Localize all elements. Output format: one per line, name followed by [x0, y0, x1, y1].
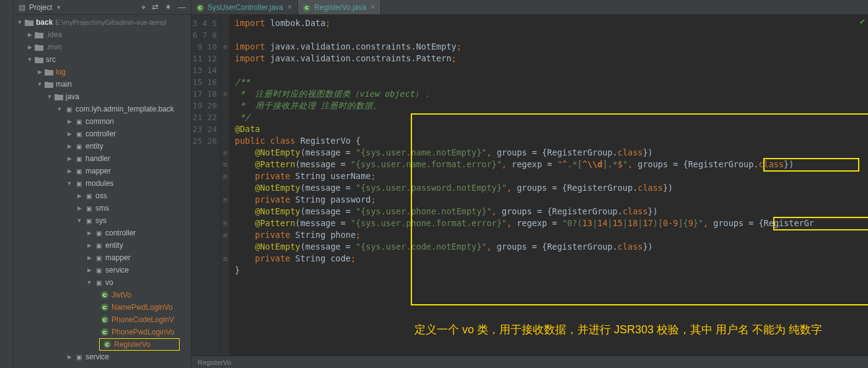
- package-icon: ▣: [74, 142, 83, 151]
- tree-item[interactable]: ▼main: [14, 78, 191, 90]
- tree-item[interactable]: ▶▣controller: [14, 128, 191, 140]
- tree-label: PhonePwdLoginVo: [112, 328, 174, 336]
- tree-item[interactable]: ▶▣service: [14, 351, 191, 363]
- tree-label: controller: [85, 129, 116, 138]
- tree-item[interactable]: ▼▣vo: [14, 276, 191, 289]
- package-icon: ▣: [74, 179, 83, 188]
- chevron-right-icon[interactable]: ▶: [66, 143, 73, 149]
- chevron-down-icon[interactable]: ▼: [46, 94, 53, 100]
- left-vertical-toolbar: [0, 0, 14, 368]
- tree-item[interactable]: CNamePwdLoginVo: [14, 301, 191, 313]
- tree-label: modules: [85, 179, 113, 188]
- tree-item[interactable]: ▶▣service: [14, 264, 191, 276]
- line-numbers: 3 4 5 6 7 8 9 10 11 12 13 14 15 16 17 18…: [191, 15, 221, 356]
- tree-item[interactable]: ▼▣com.lyh.admin_template.back: [14, 103, 191, 115]
- tree-item[interactable]: ▶▣sms: [14, 202, 191, 214]
- chevron-right-icon[interactable]: ▶: [66, 168, 73, 174]
- tree-item[interactable]: ▶▣mapper: [14, 252, 191, 264]
- chevron-right-icon[interactable]: ▶: [85, 242, 93, 248]
- chevron-right-icon[interactable]: ▶: [26, 44, 33, 50]
- tree-item[interactable]: CJwtVo: [14, 289, 191, 301]
- tree-item[interactable]: ▶▣controller: [14, 227, 191, 239]
- package-icon: ▣: [74, 129, 83, 138]
- project-tool-window: ▤ Project ▼ ⌖ ⇄ ✶ — ▼ back E:\myProject\…: [14, 0, 191, 368]
- tree-label: mapper: [105, 253, 131, 262]
- chevron-down-icon[interactable]: ▼: [56, 4, 61, 11]
- tree-item[interactable]: ▶▣entity: [14, 140, 191, 152]
- folder-icon: [25, 18, 33, 27]
- package-icon: ▣: [74, 117, 83, 126]
- tree-label: PhoneCodeLoginV: [112, 315, 174, 324]
- tree-item[interactable]: CPhoneCodeLoginV: [14, 313, 191, 326]
- tree-item[interactable]: ▼▣modules: [14, 177, 191, 190]
- package-icon: ▣: [94, 229, 103, 237]
- locate-icon[interactable]: ⌖: [141, 2, 146, 12]
- chevron-right-icon[interactable]: ▶: [76, 193, 83, 199]
- folder-icon: [55, 92, 63, 101]
- tree-label: log: [56, 68, 66, 76]
- project-name: back: [36, 18, 53, 27]
- tree-item[interactable]: CPhonePwdLoginVo: [14, 326, 191, 338]
- tree-item[interactable]: ▶▣handler: [14, 152, 191, 165]
- chevron-down-icon[interactable]: ▼: [26, 56, 33, 63]
- tree-label: java: [66, 92, 79, 101]
- editor-tabs: C SysUserController.java ✕ C RegisterVo.…: [191, 0, 868, 15]
- chevron-right-icon[interactable]: ▶: [85, 255, 93, 261]
- tree-item[interactable]: ▼src: [14, 53, 191, 66]
- tree-label: JwtVo: [112, 291, 131, 299]
- code-content[interactable]: import lombok.Data; import javax.validat…: [230, 15, 868, 356]
- chevron-right-icon[interactable]: ▶: [66, 354, 73, 360]
- inspection-ok-icon[interactable]: ✔: [859, 17, 866, 26]
- fold-gutter[interactable]: ⊖ ⊖ ⊖⊟⊟⊟⊟⊟⊟: [221, 15, 230, 356]
- chevron-right-icon[interactable]: ▶: [76, 205, 83, 211]
- chevron-right-icon[interactable]: ▶: [85, 267, 93, 273]
- hide-icon[interactable]: —: [178, 2, 186, 12]
- tree-label: src: [46, 55, 56, 64]
- tree-label: com.lyh.admin_template.back: [76, 105, 174, 113]
- package-icon: ▣: [84, 216, 93, 225]
- chevron-right-icon[interactable]: ▶: [66, 118, 73, 125]
- package-icon: ▣: [74, 167, 83, 175]
- close-icon[interactable]: ✕: [370, 3, 375, 11]
- tree-item[interactable]: ▶▣entity: [14, 239, 191, 252]
- tree-item[interactable]: ▶▣mapper: [14, 165, 191, 177]
- tree-item[interactable]: ▶▣common: [14, 115, 191, 128]
- editor-tab[interactable]: C SysUserController.java ✕: [191, 0, 298, 14]
- breadcrumb[interactable]: RegisterVo: [198, 359, 231, 366]
- chevron-right-icon[interactable]: ▶: [85, 230, 93, 236]
- chevron-down-icon[interactable]: ▼: [66, 180, 73, 186]
- chevron-down-icon[interactable]: ▼: [85, 279, 93, 286]
- chevron-down-icon[interactable]: ▼: [76, 217, 83, 224]
- package-icon: ▣: [94, 266, 103, 274]
- tree-label: main: [56, 80, 72, 89]
- tree-item-selected[interactable]: CRegisterVo: [99, 338, 180, 351]
- tree-item[interactable]: ▼java: [14, 90, 191, 103]
- expand-icon[interactable]: ⇄: [152, 2, 159, 12]
- tree-label: entity: [105, 241, 123, 250]
- chevron-right-icon[interactable]: ▶: [66, 156, 73, 162]
- chevron-down-icon[interactable]: ▼: [56, 106, 63, 112]
- tree-item[interactable]: ▶▣oss: [14, 190, 191, 202]
- tree-item[interactable]: ▶.idea: [14, 28, 191, 41]
- chevron-down-icon[interactable]: ▼: [16, 19, 24, 25]
- class-icon: C: [100, 291, 109, 299]
- chevron-right-icon[interactable]: ▶: [36, 69, 43, 75]
- tree-root[interactable]: ▼ back E:\myProject\myGit\admin-vue-temp…: [14, 16, 191, 28]
- chevron-down-icon[interactable]: ▼: [36, 81, 43, 87]
- chevron-right-icon[interactable]: ▶: [26, 32, 33, 38]
- close-icon[interactable]: ✕: [287, 3, 292, 11]
- tree-item[interactable]: ▼▣sys: [14, 214, 191, 227]
- tree-item[interactable]: ▶.mvn: [14, 41, 191, 53]
- settings-icon[interactable]: ✶: [165, 2, 172, 12]
- class-icon: C: [100, 303, 109, 312]
- class-icon: C: [100, 315, 109, 324]
- project-tree[interactable]: ▼ back E:\myProject\myGit\admin-vue-temp…: [14, 15, 191, 368]
- chevron-right-icon[interactable]: ▶: [66, 131, 73, 137]
- editor-tab-active[interactable]: C RegisterVo.java ✕: [298, 0, 381, 14]
- project-title[interactable]: Project: [29, 3, 52, 12]
- tab-label: RegisterVo.java: [314, 3, 366, 12]
- package-icon: ▣: [74, 154, 83, 163]
- editor[interactable]: 3 4 5 6 7 8 9 10 11 12 13 14 15 16 17 18…: [191, 15, 868, 356]
- class-icon: C: [196, 2, 204, 12]
- tree-item[interactable]: ▶log: [14, 66, 191, 78]
